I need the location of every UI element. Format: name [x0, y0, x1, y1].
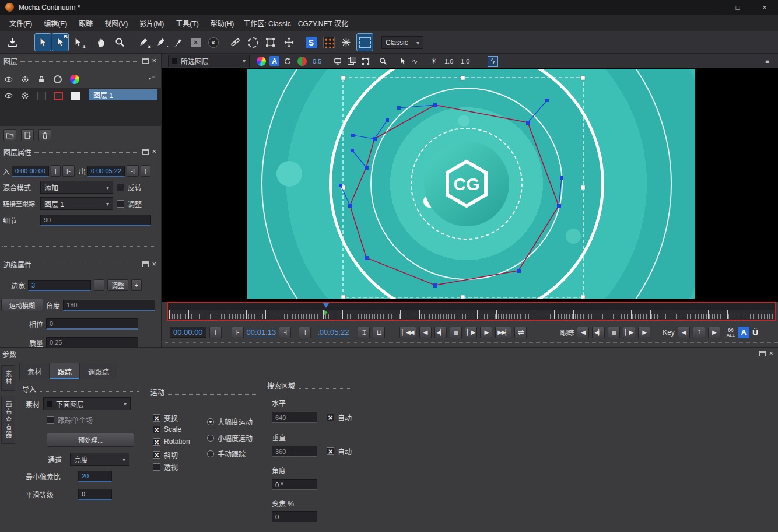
set-out-button[interactable]: ] — [141, 165, 150, 177]
menu-movie[interactable]: 影片(M) — [134, 16, 170, 30]
move-tool[interactable] — [281, 34, 297, 51]
view-layer-select[interactable]: 所选图层 — [168, 55, 250, 67]
mark-out-button[interactable]: ] — [299, 327, 311, 338]
blend-mode-select[interactable]: 添加 — [40, 181, 113, 194]
select-tool[interactable] — [35, 34, 51, 51]
viewer-menu-icon[interactable]: ≡ — [765, 55, 769, 66]
menu-tools[interactable]: 工具(T) — [170, 16, 204, 30]
tab-adjusttrack[interactable]: 调跟踪 — [80, 363, 117, 379]
search-zoom-input[interactable]: 0 — [272, 511, 317, 522]
clear-all-keys-button[interactable]: ⊗ ALL — [727, 327, 735, 338]
track-stop-button[interactable]: ■ — [608, 327, 620, 338]
cursor-trace-icon[interactable] — [399, 55, 407, 66]
in-time-field[interactable]: 0:00:00:00 — [12, 166, 49, 177]
play-button[interactable]: ▶ — [480, 327, 492, 338]
overlay-alpha-value[interactable]: 0.5 — [313, 55, 321, 66]
track-backwards-button[interactable]: ◀ — [577, 327, 589, 338]
monitor-icon[interactable] — [334, 55, 342, 66]
timeline-ruler[interactable] — [169, 310, 773, 319]
dock-icon[interactable] — [759, 351, 766, 356]
selection-handles[interactable] — [341, 76, 585, 299]
scale-checkbox[interactable] — [153, 426, 160, 433]
invert-checkbox[interactable] — [117, 184, 124, 191]
matte-circle-icon[interactable] — [54, 75, 62, 83]
manual-track-radio[interactable] — [207, 450, 214, 457]
perspective-checkbox[interactable] — [153, 463, 160, 471]
timeline[interactable] — [167, 302, 776, 321]
pan-tool[interactable] — [93, 34, 109, 51]
menu-help[interactable]: 帮助(H) — [205, 16, 240, 30]
channel-select[interactable]: 亮度 — [70, 453, 129, 466]
motion-blur-button[interactable]: 运动模糊 — [1, 299, 43, 312]
out-time-field[interactable]: :00:05:22 — [317, 328, 349, 337]
color-wheel-icon[interactable] — [70, 75, 79, 84]
rotate-spline-tool[interactable] — [245, 34, 261, 51]
tab-clip[interactable]: 素材 — [19, 363, 50, 379]
next-keyframe-button[interactable]: ▶ — [708, 327, 720, 338]
current-time-field[interactable]: 00:00:00 — [170, 327, 206, 338]
layer-color-swatch[interactable] — [71, 92, 80, 100]
dock-icon[interactable] — [142, 58, 149, 64]
side-tab-canvas-viewer[interactable]: 画布查看器 — [1, 396, 15, 444]
first-frame-button[interactable]: ▏◀◀ — [399, 327, 416, 338]
layer-list[interactable]: 图层 1 — [0, 88, 162, 126]
playhead-marker[interactable] — [323, 303, 329, 308]
clip-source-select[interactable]: 下面图层 — [43, 397, 131, 410]
grid-overlay-button[interactable] — [321, 34, 337, 51]
layers-view-icon[interactable] — [348, 55, 356, 66]
layer-menu-icon[interactable]: ▾≡ — [149, 74, 155, 82]
video-frame[interactable]: CG — [247, 69, 695, 299]
goto-in-button[interactable]: [- — [232, 327, 244, 338]
create-xspline-tool[interactable]: × — [135, 34, 151, 51]
maximize-button[interactable]: □ — [724, 0, 751, 15]
curve-view-icon[interactable]: ∿ — [412, 55, 418, 66]
edge-width-plus-button[interactable]: + — [131, 279, 142, 291]
in-time-field[interactable]: 00:01:13 — [247, 328, 276, 337]
mark-in-button[interactable]: [ — [209, 327, 222, 338]
single-field-checkbox[interactable] — [47, 416, 54, 424]
edge-width-minus-button[interactable]: - — [94, 279, 104, 291]
last-frame-button[interactable]: ▶▶▏ — [495, 327, 511, 338]
shear-checkbox[interactable] — [153, 451, 160, 459]
quality-input[interactable]: 0.25 — [46, 337, 138, 348]
stabilize-button[interactable] — [338, 34, 354, 51]
alpha-view-button[interactable]: A — [269, 55, 279, 66]
close-panel-icon[interactable]: × — [152, 58, 156, 64]
phase-input[interactable]: 0 — [46, 318, 138, 330]
menu-track[interactable]: 跟踪 — [73, 16, 99, 30]
stop-button[interactable]: ■ — [450, 327, 462, 338]
goto-out-button[interactable]: -] — [127, 165, 139, 177]
menu-view[interactable]: 视图(V) — [99, 16, 134, 30]
preprocess-button[interactable]: 预处理... — [47, 433, 134, 447]
layer-name-selected[interactable]: 图层 1 — [89, 89, 157, 100]
minimize-button[interactable]: — — [698, 0, 724, 15]
menu-edit[interactable]: 编辑(E) — [38, 16, 73, 30]
goto-in-button[interactable]: [- — [62, 165, 75, 177]
track-back-one-button[interactable]: ◀▏ — [592, 327, 604, 338]
edge-adjust-button[interactable]: 调整 — [107, 279, 128, 291]
detail-input[interactable]: 90 — [40, 215, 151, 226]
dock-icon[interactable] — [142, 261, 149, 267]
matte-toggle-icon[interactable] — [297, 55, 307, 66]
silhouette-button[interactable]: S — [303, 34, 319, 51]
link-track-select[interactable]: 图层 1 — [40, 197, 113, 210]
rect-spline-tool[interactable]: × — [188, 34, 204, 51]
new-group-button[interactable] — [3, 130, 16, 141]
horizontal-input[interactable]: 640 — [272, 412, 317, 423]
planar-surface-button[interactable] — [357, 34, 373, 51]
prev-keyframe-button[interactable]: ◀ — [678, 327, 690, 338]
edge-width-input[interactable]: 3 — [28, 280, 91, 291]
eye-icon[interactable] — [5, 75, 13, 83]
brightness-icon[interactable]: ☀ — [430, 55, 437, 66]
gamma-value[interactable]: 1.0 — [461, 55, 469, 66]
close-button[interactable]: × — [751, 0, 778, 15]
autokey-button[interactable]: A — [738, 327, 749, 338]
select-both-tool[interactable]: B — [52, 34, 68, 51]
close-panel-icon[interactable]: × — [152, 261, 156, 267]
link-tool[interactable] — [227, 34, 243, 51]
create-bezier-tool[interactable]: · — [153, 34, 169, 51]
trim-out-icon[interactable]: ⊔ — [373, 327, 385, 338]
magnetic-spline-tool[interactable] — [170, 34, 186, 51]
layer-lock-checkbox[interactable] — [37, 92, 46, 100]
viewer-canvas[interactable]: CG — [162, 68, 778, 302]
